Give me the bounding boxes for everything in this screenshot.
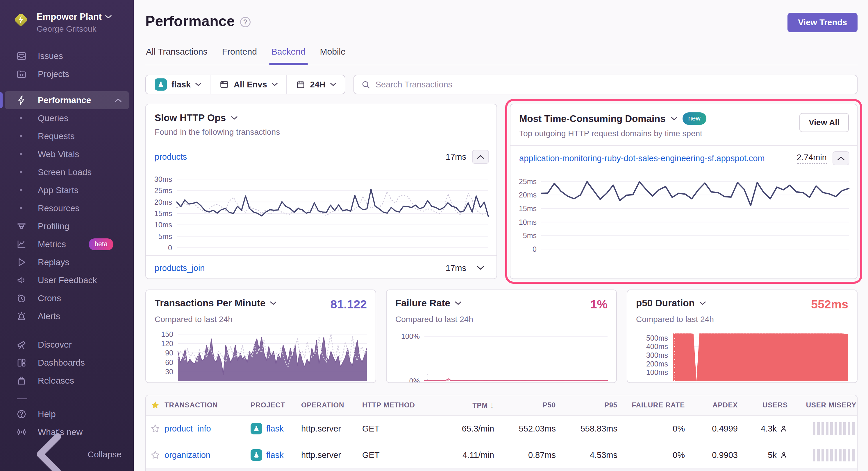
chevron-up-icon <box>115 98 122 102</box>
col-header-project[interactable]: Project <box>251 401 301 409</box>
chevron-down-icon[interactable] <box>671 117 677 121</box>
siren-icon <box>16 311 27 322</box>
col-header-apdex[interactable]: Apdex <box>687 401 740 409</box>
expand-row-button[interactable] <box>472 261 489 275</box>
table-row: product_info flask http.server GET 65.3/… <box>146 415 857 442</box>
star-filled-icon <box>151 400 160 410</box>
sidebar-item-metrics[interactable]: Metrics beta <box>5 235 129 253</box>
domains-chart: 05ms10ms15ms20ms25ms <box>510 171 857 257</box>
tab-backend[interactable]: Backend <box>272 47 306 65</box>
widget-subtitle: Compared to last 24h <box>395 315 608 324</box>
environment-filter-dropdown[interactable]: All Envs <box>210 75 286 94</box>
col-header-operation[interactable]: Operation <box>301 401 362 409</box>
search-icon <box>361 80 370 89</box>
transaction-link[interactable]: organization <box>164 450 251 460</box>
table-header-row: Transaction Project Operation HTTP Metho… <box>146 395 857 415</box>
col-header-users[interactable]: Users <box>740 401 789 409</box>
chevron-down-icon <box>195 83 201 86</box>
sidebar-item-user-feedback[interactable]: User Feedback <box>5 271 129 289</box>
sidebar-item-queries[interactable]: Queries <box>5 109 129 127</box>
flask-project-icon <box>251 423 262 434</box>
chevron-down-icon[interactable] <box>270 301 276 305</box>
transaction-link[interactable]: products <box>155 152 187 162</box>
project-cell[interactable]: flask <box>251 423 301 434</box>
starred-column-header[interactable] <box>146 400 164 410</box>
area-chart <box>673 331 848 381</box>
widget-title[interactable]: p50 Duration <box>636 298 695 309</box>
sidebar-item-releases[interactable]: Releases <box>5 372 129 390</box>
collapse-row-button[interactable] <box>833 151 849 165</box>
sidebar-item-discover[interactable]: Discover <box>5 336 129 354</box>
bullet-icon <box>20 135 22 137</box>
chevron-up-icon <box>477 155 484 159</box>
star-outline-icon <box>151 424 160 433</box>
col-header-transaction[interactable]: Transaction <box>164 401 251 409</box>
transaction-link[interactable]: product_info <box>164 424 251 434</box>
duration-value: 17ms <box>446 263 466 273</box>
releases-icon <box>16 375 27 386</box>
project-cell[interactable]: flask <box>251 449 301 461</box>
col-header-user-misery[interactable]: User Misery <box>789 401 858 409</box>
org-switcher[interactable]: Empower Plant George Gritsouk <box>0 0 134 34</box>
y-axis-labels: 100ms200ms300ms400ms500ms <box>636 331 673 381</box>
col-header-http-method[interactable]: HTTP Method <box>362 401 429 409</box>
widget-title[interactable]: Most Time-Consuming Domains <box>519 113 666 124</box>
sidebar-item-alerts[interactable]: Alerts <box>5 307 129 325</box>
widget-title[interactable]: Failure Rate <box>395 298 450 309</box>
collapse-row-button[interactable] <box>472 150 489 164</box>
time-spent-value[interactable]: 2.74min <box>797 153 827 164</box>
y-axis-labels: 0%100% <box>395 331 425 381</box>
failure-rate-cell: 0% <box>619 450 687 460</box>
col-header-p50[interactable]: P50 <box>496 401 558 409</box>
domain-link[interactable]: application-monitoring-ruby-dot-sales-en… <box>519 154 765 163</box>
widget-title[interactable]: Slow HTTP Ops <box>155 112 226 124</box>
sort-desc-icon: ↓ <box>490 401 494 409</box>
tpm-cell: 65.3/min <box>429 424 496 434</box>
sidebar-item-app-starts[interactable]: App Starts <box>5 181 129 199</box>
star-toggle[interactable] <box>146 424 164 433</box>
tab-frontend[interactable]: Frontend <box>222 47 257 65</box>
sidebar-item-projects[interactable]: Projects <box>5 65 129 83</box>
sidebar-item-profiling[interactable]: Profiling <box>5 217 129 235</box>
sidebar-item-screen-loads[interactable]: Screen Loads <box>5 163 129 181</box>
time-range-dropdown[interactable]: 24H <box>286 75 345 94</box>
sidebar-item-performance[interactable]: Performance <box>5 91 129 109</box>
operation-cell: http.server <box>301 424 362 434</box>
tab-all-transactions[interactable]: All Transactions <box>146 47 208 65</box>
view-trends-button[interactable]: View Trends <box>787 13 858 32</box>
domain-row: application-monitoring-ruby-dot-sales-en… <box>510 146 857 171</box>
chevron-down-icon[interactable] <box>231 116 238 120</box>
sidebar-item-crons[interactable]: Crons <box>5 289 129 307</box>
tab-mobile[interactable]: Mobile <box>320 47 346 65</box>
chevron-left-icon <box>16 419 88 471</box>
sidebar-item-requests[interactable]: Requests <box>5 127 129 145</box>
sidebar-item-web-vitals[interactable]: Web Vitals <box>5 145 129 163</box>
sidebar-item-replays[interactable]: Replays <box>5 253 129 271</box>
search-input[interactable] <box>376 80 850 90</box>
chevron-down-icon[interactable] <box>700 301 706 305</box>
failure-rate-cell: 0% <box>619 424 687 434</box>
star-toggle[interactable] <box>146 450 164 460</box>
org-name: Empower Plant <box>37 12 102 22</box>
sidebar-item-issues[interactable]: Issues <box>5 47 129 65</box>
http-method-cell: GET <box>362 450 429 460</box>
bullet-icon <box>20 153 22 155</box>
failure-rate-card: Failure Rate 1% Compared to last 24h 0%1… <box>386 290 617 383</box>
widget-title[interactable]: Transactions Per Minute <box>155 298 266 309</box>
view-all-button[interactable]: View All <box>799 113 849 132</box>
sidebar-item-resources[interactable]: Resources <box>5 199 129 217</box>
col-header-tpm[interactable]: TPM ↓ <box>429 401 496 410</box>
sidebar-collapse-button[interactable]: Collapse <box>5 445 129 464</box>
col-header-p95[interactable]: P95 <box>558 401 619 409</box>
sidebar-item-dashboards[interactable]: Dashboards <box>5 354 129 372</box>
col-header-failure-rate[interactable]: Failure Rate <box>619 401 687 409</box>
transaction-link[interactable]: products_join <box>155 263 205 273</box>
sidebar-item-label: Issues <box>38 51 63 61</box>
most-time-consuming-domains-card: Most Time-Consuming Domains new Top outg… <box>510 104 858 279</box>
table-cutoff-strip <box>146 468 857 471</box>
help-tooltip-icon[interactable]: ? <box>240 17 251 27</box>
page-header: Performance ? View Trends <box>145 13 858 32</box>
project-filter-dropdown[interactable]: flask <box>146 75 210 94</box>
chevron-down-icon[interactable] <box>455 301 461 305</box>
slow-http-ops-card: Slow HTTP Ops Found in the following tra… <box>145 104 497 279</box>
